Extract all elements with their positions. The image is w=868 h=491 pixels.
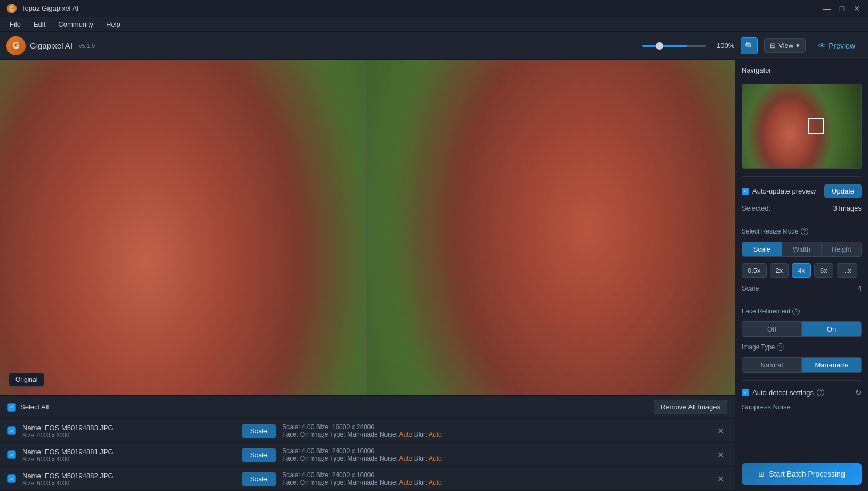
menu-help[interactable]: Help — [101, 18, 126, 30]
main-layout: Original Select All Remove All Images Na… — [0, 60, 868, 491]
resize-mode-group: Scale Width Height — [742, 242, 862, 257]
image-canvas — [0, 60, 735, 395]
file-scale-size-2: Scale: 4.00 Size: 24000 x 16000 — [282, 447, 374, 455]
app-version: v5.1.0 — [79, 43, 95, 49]
zoom-slider[interactable] — [642, 45, 706, 47]
face-refinement-help-icon[interactable]: ? — [792, 308, 800, 315]
view-label: View — [778, 42, 793, 50]
file-checkbox-3[interactable] — [7, 474, 16, 483]
remove-file-3[interactable]: ✕ — [714, 473, 727, 485]
update-button[interactable]: Update — [824, 184, 862, 198]
remove-file-1[interactable]: ✕ — [714, 425, 727, 437]
scale-options: 0.5x 2x 4x 6x ...x — [742, 263, 862, 278]
file-info-3: Name: EOS M50194882.JPG Size: 6000 x 400… — [22, 472, 235, 486]
menu-community[interactable]: Community — [53, 18, 99, 30]
scale-button-3[interactable]: Scale — [242, 472, 276, 486]
file-imagetype-2: Image Type: Man-made — [310, 455, 378, 462]
title-bar-left: G Topaz Gigapixel AI — [6, 3, 79, 14]
scale-value-row: Scale 4 — [742, 284, 862, 292]
file-checkbox-1[interactable] — [7, 426, 16, 435]
file-scale-size-3: Scale: 4.00 Size: 24000 x 16000 — [282, 471, 374, 479]
scale-button-2[interactable]: Scale — [242, 448, 276, 462]
remove-file-2[interactable]: ✕ — [714, 449, 727, 461]
scale-4x[interactable]: 4x — [792, 263, 811, 278]
right-panel: Navigator Auto-update preview Update Sel… — [735, 60, 868, 491]
scale-custom[interactable]: ...x — [837, 263, 857, 278]
resize-width-button[interactable]: Width — [782, 242, 822, 256]
menu-file[interactable]: File — [4, 18, 26, 30]
file-list-area: Select All Remove All Images Name: EOS M… — [0, 395, 735, 491]
auto-update-label: Auto-update preview — [752, 187, 816, 195]
file-noise-3: Noise: Auto — [380, 479, 412, 486]
file-name-2: Name: EOS M50194881.JPG — [22, 448, 235, 456]
face-off-button[interactable]: Off — [742, 322, 802, 336]
file-row: Name: EOS M50194882.JPG Size: 6000 x 400… — [0, 467, 735, 491]
scale-05x[interactable]: 0.5x — [742, 263, 767, 278]
selected-count: 3 Images — [833, 204, 862, 212]
file-info-2: Name: EOS M50194881.JPG Size: 6000 x 400… — [22, 448, 235, 462]
preview-button[interactable]: 👁 Preview — [812, 39, 862, 53]
auto-detect-row: Auto-detect settings ? ↻ — [742, 388, 862, 397]
file-face-1: Face: On — [282, 431, 308, 438]
face-on-button[interactable]: On — [802, 322, 861, 336]
divider — [742, 300, 862, 300]
file-blur-1: Blur: Auto — [414, 431, 442, 438]
file-checkbox-2[interactable] — [7, 450, 16, 459]
file-name-1: Name: EOS M50194883.JPG — [22, 424, 235, 432]
batch-icon: ⊞ — [758, 470, 765, 478]
image-manmade-button[interactable]: Man-made — [802, 358, 861, 372]
view-grid-icon: ⊞ — [770, 42, 776, 50]
maximize-button[interactable]: □ — [837, 4, 847, 13]
auto-update-checkbox[interactable] — [742, 188, 749, 195]
remove-all-button[interactable]: Remove All Images — [654, 400, 727, 414]
preview-icon: 👁 — [818, 42, 826, 50]
logo-icon: G — [6, 36, 26, 55]
image-natural-button[interactable]: Natural — [742, 358, 802, 372]
auto-update-left: Auto-update preview — [742, 187, 816, 195]
face-refinement-group: Off On — [742, 321, 862, 337]
image-type-help-icon[interactable]: ? — [777, 343, 784, 351]
suppress-noise-label: Suppress Noise — [742, 403, 862, 411]
select-all-area: Select All — [7, 403, 49, 412]
divider — [742, 380, 862, 381]
resize-scale-button[interactable]: Scale — [742, 242, 782, 256]
file-blur-2: Blur: Auto — [414, 455, 442, 462]
selected-label: Selected: — [742, 204, 770, 212]
toolbar: G Gigapixel AI v5.1.0 100% 🔍 ⊞ View ▾ 👁 … — [0, 32, 868, 60]
scale-6x[interactable]: 6x — [814, 263, 833, 278]
refresh-icon[interactable]: ↻ — [855, 388, 862, 397]
view-button[interactable]: ⊞ View ▾ — [764, 38, 806, 53]
start-batch-label: Start Batch Processing — [769, 470, 845, 478]
auto-detect-help-icon[interactable]: ? — [817, 389, 824, 396]
image-original-side — [0, 60, 367, 395]
search-zoom-button[interactable]: 🔍 — [741, 37, 758, 54]
divider — [742, 220, 862, 220]
file-size-2: Size: 6000 x 4000 — [22, 456, 235, 462]
menu-edit[interactable]: Edit — [28, 18, 51, 30]
resize-height-button[interactable]: Height — [822, 242, 861, 256]
file-details-3: Scale: 4.00 Size: 24000 x 16000 Face: On… — [282, 471, 708, 486]
auto-detect-left: Auto-detect settings ? — [742, 389, 824, 397]
auto-detect-checkbox[interactable] — [742, 389, 749, 396]
title-bar-title: Topaz Gigapixel AI — [21, 4, 79, 12]
file-details-1: Scale: 4.00 Size: 16000 x 24000 Face: On… — [282, 423, 708, 438]
file-row: Name: EOS M50194881.JPG Size: 6000 x 400… — [0, 443, 735, 467]
view-chevron-icon: ▾ — [796, 42, 800, 50]
auto-update-row: Auto-update preview Update — [742, 184, 862, 198]
resize-mode-help-icon[interactable]: ? — [801, 228, 808, 235]
start-batch-button[interactable]: ⊞ Start Batch Processing — [742, 463, 862, 485]
file-noise-1: Noise: Auto — [380, 431, 412, 438]
scale-button-1[interactable]: Scale — [242, 424, 276, 438]
scale-label: Scale — [742, 284, 759, 292]
navigator-label: Navigator — [742, 66, 862, 74]
minimize-button[interactable]: — — [822, 4, 832, 13]
zoom-area — [642, 45, 706, 47]
navigator-thumbnail — [742, 84, 862, 169]
scale-2x[interactable]: 2x — [770, 263, 789, 278]
zoom-percent: 100% — [713, 42, 734, 50]
close-button[interactable]: ✕ — [852, 4, 862, 13]
file-scale-size-1: Scale: 4.00 Size: 16000 x 24000 — [282, 423, 374, 431]
file-blur-3: Blur: Auto — [414, 479, 442, 486]
select-all-checkbox[interactable] — [7, 403, 16, 412]
image-viewport[interactable]: Original — [0, 60, 735, 395]
